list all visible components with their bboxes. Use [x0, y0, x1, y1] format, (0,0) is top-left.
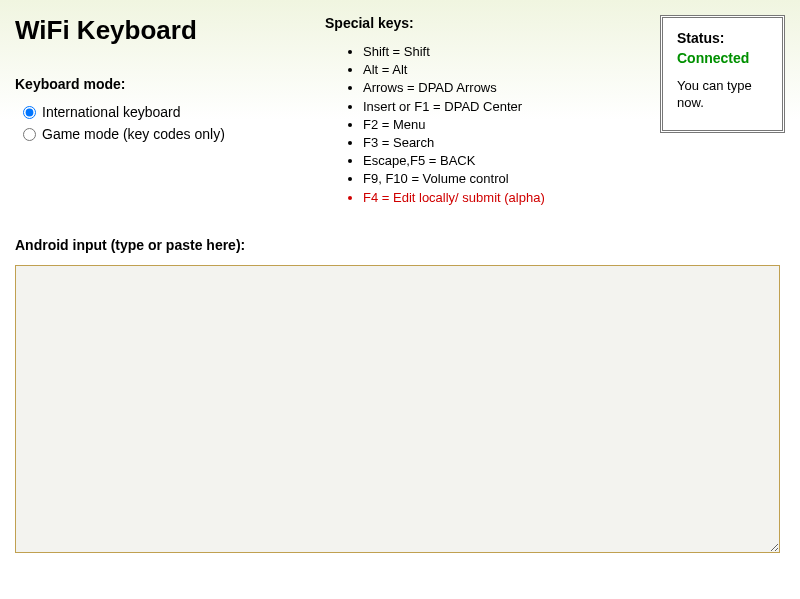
keyboard-mode-group: International keyboard Game mode (key co… — [15, 104, 305, 142]
special-key-item: F9, F10 = Volume control — [363, 170, 640, 188]
keyboard-mode-heading: Keyboard mode: — [15, 76, 305, 92]
special-key-item-alpha: F4 = Edit locally/ submit (alpha) — [363, 189, 640, 207]
page-title: WiFi Keyboard — [15, 15, 305, 46]
special-key-item: F2 = Menu — [363, 116, 640, 134]
radio-international[interactable] — [23, 106, 36, 119]
android-input-heading: Android input (type or paste here): — [15, 237, 785, 253]
special-key-item: Alt = Alt — [363, 61, 640, 79]
special-key-item: Shift = Shift — [363, 43, 640, 61]
android-input-textarea[interactable] — [15, 265, 780, 553]
radio-label-game: Game mode (key codes only) — [42, 126, 225, 142]
radio-option-international[interactable]: International keyboard — [23, 104, 305, 120]
special-key-item: F3 = Search — [363, 134, 640, 152]
special-keys-heading: Special keys: — [325, 15, 640, 31]
radio-option-game[interactable]: Game mode (key codes only) — [23, 126, 305, 142]
special-key-item: Arrows = DPAD Arrows — [363, 79, 640, 97]
status-heading: Status: — [677, 30, 768, 46]
special-keys-list: Shift = Shift Alt = Alt Arrows = DPAD Ar… — [325, 43, 640, 207]
special-key-item: Insert or F1 = DPAD Center — [363, 98, 640, 116]
radio-game[interactable] — [23, 128, 36, 141]
status-message: You can type now. — [677, 78, 768, 112]
special-key-item: Escape,F5 = BACK — [363, 152, 640, 170]
status-box: Status: Connected You can type now. — [660, 15, 785, 133]
radio-label-international: International keyboard — [42, 104, 181, 120]
status-value: Connected — [677, 50, 768, 66]
